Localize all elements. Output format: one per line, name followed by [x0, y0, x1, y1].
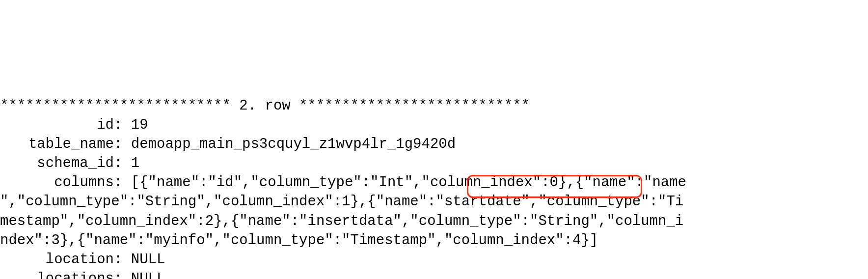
field-location: location: NULL: [0, 250, 868, 269]
field-value-table-name: demoapp_main_ps3cquyl_z1wvp4lr_1g9420d: [131, 136, 456, 152]
field-label-locations: locations: [0, 269, 114, 279]
field-id: id: 19: [0, 115, 868, 135]
field-locations: locations: NULL: [0, 269, 868, 279]
field-value-schema-id: 1: [131, 155, 139, 171]
field-label-table-name: table_name: [0, 135, 114, 154]
field-columns-l3: mestamp","column_index":2},{"name":"inse…: [0, 212, 868, 231]
field-value-locations: NULL: [131, 271, 165, 279]
field-value-columns-l1: [{"name":"id","column_type":"Int","colum…: [131, 174, 686, 191]
field-value-location: NULL: [131, 251, 165, 268]
field-columns-l1: columns: [{"name":"id","column_type":"In…: [0, 173, 868, 192]
row-header: *************************** 2. row *****…: [0, 96, 868, 115]
field-label-columns: columns: [0, 173, 114, 192]
terminal-output: *************************** 2. row *****…: [0, 77, 868, 279]
field-schema-id: schema_id: 1: [0, 154, 868, 173]
field-columns-l4: ndex":3},{"name":"myinfo","column_type":…: [0, 231, 868, 250]
field-columns-l2: ","column_type":"String","column_index":…: [0, 192, 868, 211]
field-table-name: table_name: demoapp_main_ps3cquyl_z1wvp4…: [0, 135, 868, 154]
field-label-location: location: [0, 250, 114, 269]
field-label-schema-id: schema_id: [0, 154, 114, 173]
field-label-id: id: [0, 115, 114, 135]
field-value-id: 19: [131, 117, 148, 133]
